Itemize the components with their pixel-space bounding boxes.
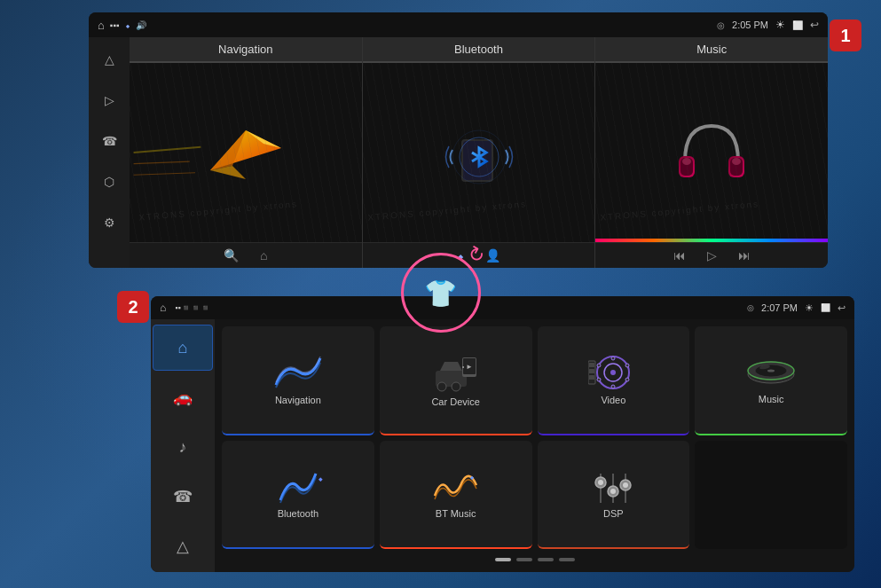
app-navigation-label: Navigation	[275, 395, 321, 405]
sidebar1: △ ▷ ☎ ⬡ ⚙	[89, 37, 130, 268]
app-tile-bluetooth[interactable]: ⬥ Bluetooth	[222, 441, 374, 550]
statusbar1-left: ⌂ ▪▪▪ ⬥ 🔊	[98, 19, 146, 32]
sidebar2-nav[interactable]: △	[153, 523, 213, 569]
color-bar	[595, 239, 828, 242]
card-music[interactable]: Music XTRONS copyright by xtrons	[595, 37, 828, 268]
app-tile-cardevice[interactable]: ► Car Device	[380, 326, 532, 435]
time-display1: 2:05 PM	[732, 20, 768, 30]
svg-text:►: ►	[466, 363, 473, 371]
screen2-body: ⌂ 🚗 ♪ ☎ △ Navigation	[151, 319, 854, 572]
gps-icon: ◎	[717, 20, 725, 30]
card-bluetooth-image: XTRONS copyright by xtrons	[363, 63, 595, 242]
card-bluetooth-title: Bluetooth	[363, 37, 595, 63]
cardev-icon: ►	[431, 353, 480, 393]
svg-point-50	[598, 480, 603, 485]
music-disc-icon	[745, 355, 797, 390]
badge-1: 1	[830, 20, 861, 51]
dot-1[interactable]	[495, 558, 511, 561]
sidebar2-car[interactable]: 🚗	[153, 374, 213, 420]
main2: Navigation ►	[215, 319, 854, 572]
svg-point-29	[625, 364, 629, 367]
statusbar1-right: ◎ 2:05 PM ☀ ⬜ ↩	[717, 19, 819, 31]
app-bluetooth-label: Bluetooth	[278, 508, 319, 519]
shirt-icon: 👕	[424, 278, 457, 309]
screen2: ⌂ ▪▪◾◾◾ ◎ 2:07 PM ☀ ⬜ ↩ ⌂ 🚗 ♪ ☎ △	[151, 296, 854, 572]
sidebar1-nav[interactable]: △	[96, 46, 122, 73]
bluetooth-status-icon: ⬥	[125, 20, 130, 30]
dot-2[interactable]	[516, 558, 532, 561]
badge-2: 2	[117, 291, 149, 323]
back-icon[interactable]: ↩	[810, 19, 819, 31]
svg-line-5	[134, 161, 190, 164]
btmusic-icon: ⬥	[430, 469, 482, 505]
app-dsp-label: DSP	[603, 508, 624, 519]
dsp-equalizer-icon	[588, 469, 638, 505]
svg-point-52	[623, 482, 628, 488]
bt-waves-icon: ⬥	[273, 469, 323, 505]
svg-point-39	[767, 370, 775, 372]
nav-waves-icon	[271, 354, 325, 391]
sidebar1-play[interactable]: ▷	[96, 87, 122, 114]
app-tile-btmusic[interactable]: ⬥ BT Music	[380, 441, 532, 550]
sidebar1-phone[interactable]: ☎	[96, 128, 122, 154]
svg-point-51	[610, 489, 616, 494]
screen1-body: △ ▷ ☎ ⬡ ⚙ Navigation XTRONS copyright by…	[89, 37, 828, 268]
volume-icon: 🔊	[136, 20, 146, 30]
app-grid: Navigation ►	[222, 326, 847, 549]
app-tile-music2[interactable]: Music	[695, 326, 847, 435]
svg-rect-35	[589, 375, 594, 380]
card-bluetooth[interactable]: Bluetooth XTRONS copyright by xtrons	[363, 37, 596, 268]
window-icon[interactable]: ⬜	[792, 20, 803, 30]
app-tile-navigation[interactable]: Navigation	[222, 326, 374, 435]
app-tile-empty	[695, 441, 847, 550]
svg-line-6	[134, 173, 195, 176]
signal-icon: ▪▪▪	[110, 20, 120, 30]
svg-line-4	[134, 147, 201, 153]
home-icon[interactable]: ⌂	[98, 19, 105, 32]
refresh-circle: 👕	[401, 253, 481, 333]
screen1: ⌂ ▪▪▪ ⬥ 🔊 ◎ 2:05 PM ☀ ⬜ ↩ △ ▷ ☎ ⬡ ⚙ Na	[89, 12, 828, 268]
svg-point-31	[625, 378, 629, 381]
dot-4[interactable]	[559, 558, 575, 561]
card-navigation-title: Navigation	[130, 37, 362, 63]
sidebar2-phone[interactable]: ☎	[153, 474, 213, 520]
video-reel-icon	[588, 354, 638, 391]
svg-text:⬥: ⬥	[469, 472, 475, 482]
svg-point-26	[611, 357, 615, 360]
sidebar2: ⌂ 🚗 ♪ ☎ △	[151, 319, 215, 572]
svg-point-30	[597, 378, 601, 381]
svg-point-18	[437, 382, 446, 391]
dot-3[interactable]	[538, 558, 554, 561]
svg-point-19	[452, 382, 460, 391]
sidebar1-settings[interactable]: ⚙	[96, 209, 122, 236]
svg-rect-34	[589, 369, 594, 373]
svg-rect-33	[589, 363, 594, 367]
card-music-image: XTRONS copyright by xtrons	[595, 63, 828, 242]
svg-point-27	[611, 385, 615, 388]
app-music-label: Music	[759, 394, 784, 404]
app-cardevice-label: Car Device	[431, 396, 479, 407]
nav-speed-lines	[130, 63, 362, 242]
sidebar2-music[interactable]: ♪	[153, 424, 213, 470]
app-btmusic-label: BT Music	[436, 508, 476, 519]
svg-point-25	[610, 370, 616, 375]
sidebar1-apps[interactable]: ⬡	[96, 169, 122, 195]
card-navigation[interactable]: Navigation XTRONS copyright by xtrons	[130, 37, 363, 268]
page-dots	[222, 554, 847, 565]
statusbar1: ⌂ ▪▪▪ ⬥ 🔊 ◎ 2:05 PM ☀ ⬜ ↩	[89, 12, 828, 37]
app-tile-video[interactable]: Video	[538, 326, 690, 435]
app-video-label: Video	[601, 395, 625, 405]
svg-point-28	[597, 364, 601, 367]
card-navigation-image: XTRONS copyright by xtrons	[130, 63, 362, 242]
card-music-title: Music	[595, 37, 828, 63]
cards-row: Navigation XTRONS copyright by xtrons	[130, 37, 828, 268]
app-tile-dsp[interactable]: DSP	[538, 441, 690, 550]
main1: Navigation XTRONS copyright by xtrons	[130, 37, 828, 268]
brightness-icon[interactable]: ☀	[775, 19, 785, 31]
svg-text:⬥: ⬥	[318, 473, 323, 483]
